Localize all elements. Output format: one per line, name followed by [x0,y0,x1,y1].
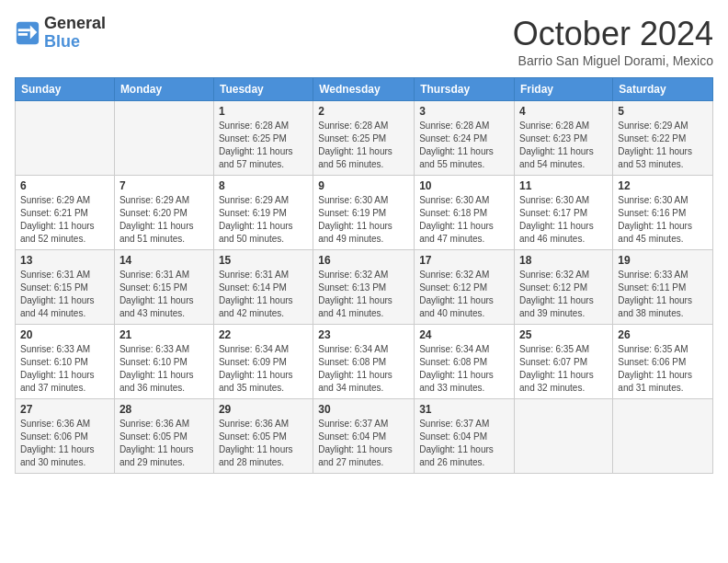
day-cell: 15Sunrise: 6:31 AM Sunset: 6:14 PM Dayli… [213,250,313,325]
svg-rect-2 [18,29,30,31]
svg-rect-3 [18,33,28,36]
day-cell: 20Sunrise: 6:33 AM Sunset: 6:10 PM Dayli… [16,325,115,399]
day-cell: 7Sunrise: 6:29 AM Sunset: 6:20 PM Daylig… [114,176,213,250]
day-cell: 28Sunrise: 6:36 AM Sunset: 6:05 PM Dayli… [114,399,213,474]
day-number: 1 [219,105,308,118]
day-info: Sunrise: 6:29 AM Sunset: 6:20 PM Dayligh… [119,194,209,246]
day-cell: 25Sunrise: 6:35 AM Sunset: 6:07 PM Dayli… [515,325,613,399]
day-number: 22 [219,328,308,341]
day-cell [613,399,713,474]
day-info: Sunrise: 6:35 AM Sunset: 6:07 PM Dayligh… [519,343,608,395]
day-number: 9 [318,179,409,192]
day-number: 15 [219,254,308,267]
day-info: Sunrise: 6:33 AM Sunset: 6:10 PM Dayligh… [119,343,209,395]
day-cell: 17Sunrise: 6:32 AM Sunset: 6:12 PM Dayli… [415,250,515,325]
day-number: 8 [219,179,308,192]
day-number: 20 [20,328,109,341]
day-cell: 8Sunrise: 6:29 AM Sunset: 6:19 PM Daylig… [213,176,313,250]
day-info: Sunrise: 6:28 AM Sunset: 6:25 PM Dayligh… [219,120,308,171]
day-number: 7 [119,179,209,192]
day-info: Sunrise: 6:28 AM Sunset: 6:23 PM Dayligh… [519,120,608,171]
day-number: 28 [119,403,209,416]
week-row-1: 1Sunrise: 6:28 AM Sunset: 6:25 PM Daylig… [16,101,713,176]
week-row-3: 13Sunrise: 6:31 AM Sunset: 6:15 PM Dayli… [16,250,713,325]
month-title: October 2024 [513,15,713,53]
day-cell [114,101,213,176]
day-number: 18 [519,254,608,267]
location-title: Barrio San Miguel Dorami, Mexico [513,53,713,68]
day-number: 24 [419,328,509,341]
day-cell: 19Sunrise: 6:33 AM Sunset: 6:11 PM Dayli… [613,250,713,325]
title-block: October 2024 Barrio San Miguel Dorami, M… [513,15,713,68]
day-cell: 30Sunrise: 6:37 AM Sunset: 6:04 PM Dayli… [313,399,415,474]
col-header-wednesday: Wednesday [313,78,415,101]
week-row-5: 27Sunrise: 6:36 AM Sunset: 6:06 PM Dayli… [16,399,713,474]
day-number: 30 [318,403,409,416]
day-number: 23 [318,328,409,341]
day-info: Sunrise: 6:29 AM Sunset: 6:21 PM Dayligh… [20,194,109,246]
day-number: 13 [20,254,109,267]
day-cell: 4Sunrise: 6:28 AM Sunset: 6:23 PM Daylig… [515,101,613,176]
col-header-thursday: Thursday [415,78,515,101]
day-cell [515,399,613,474]
day-info: Sunrise: 6:37 AM Sunset: 6:04 PM Dayligh… [318,418,409,469]
day-cell: 13Sunrise: 6:31 AM Sunset: 6:15 PM Dayli… [16,250,115,325]
day-number: 6 [20,179,109,192]
day-number: 11 [519,179,608,192]
day-number: 2 [318,105,409,118]
day-info: Sunrise: 6:32 AM Sunset: 6:12 PM Dayligh… [519,269,608,320]
day-cell: 6Sunrise: 6:29 AM Sunset: 6:21 PM Daylig… [16,176,115,250]
day-info: Sunrise: 6:36 AM Sunset: 6:05 PM Dayligh… [119,418,209,469]
day-number: 25 [519,328,608,341]
day-info: Sunrise: 6:31 AM Sunset: 6:15 PM Dayligh… [20,269,109,320]
day-number: 29 [219,403,308,416]
day-cell: 16Sunrise: 6:32 AM Sunset: 6:13 PM Dayli… [313,250,415,325]
day-info: Sunrise: 6:36 AM Sunset: 6:05 PM Dayligh… [219,418,308,469]
day-cell: 23Sunrise: 6:34 AM Sunset: 6:08 PM Dayli… [313,325,415,399]
day-info: Sunrise: 6:28 AM Sunset: 6:25 PM Dayligh… [318,120,409,171]
week-row-2: 6Sunrise: 6:29 AM Sunset: 6:21 PM Daylig… [16,176,713,250]
day-number: 4 [519,105,608,118]
day-cell: 1Sunrise: 6:28 AM Sunset: 6:25 PM Daylig… [213,101,313,176]
day-info: Sunrise: 6:34 AM Sunset: 6:09 PM Dayligh… [219,343,308,395]
day-info: Sunrise: 6:34 AM Sunset: 6:08 PM Dayligh… [419,343,509,395]
day-info: Sunrise: 6:37 AM Sunset: 6:04 PM Dayligh… [419,418,509,469]
day-cell: 31Sunrise: 6:37 AM Sunset: 6:04 PM Dayli… [415,399,515,474]
day-number: 5 [618,105,708,118]
day-info: Sunrise: 6:29 AM Sunset: 6:19 PM Dayligh… [219,194,308,246]
day-cell: 21Sunrise: 6:33 AM Sunset: 6:10 PM Dayli… [114,325,213,399]
day-info: Sunrise: 6:32 AM Sunset: 6:12 PM Dayligh… [419,269,509,320]
col-header-sunday: Sunday [16,78,115,101]
day-info: Sunrise: 6:31 AM Sunset: 6:15 PM Dayligh… [119,269,209,320]
day-info: Sunrise: 6:33 AM Sunset: 6:10 PM Dayligh… [20,343,109,395]
day-number: 10 [419,179,509,192]
week-row-4: 20Sunrise: 6:33 AM Sunset: 6:10 PM Dayli… [16,325,713,399]
day-cell: 11Sunrise: 6:30 AM Sunset: 6:17 PM Dayli… [515,176,613,250]
logo-line1: General [44,15,106,33]
day-number: 12 [618,179,708,192]
day-info: Sunrise: 6:30 AM Sunset: 6:19 PM Dayligh… [318,194,409,246]
day-cell: 3Sunrise: 6:28 AM Sunset: 6:24 PM Daylig… [415,101,515,176]
day-info: Sunrise: 6:35 AM Sunset: 6:06 PM Dayligh… [618,343,708,395]
day-cell: 29Sunrise: 6:36 AM Sunset: 6:05 PM Dayli… [213,399,313,474]
day-number: 3 [419,105,509,118]
day-number: 17 [419,254,509,267]
day-cell: 24Sunrise: 6:34 AM Sunset: 6:08 PM Dayli… [415,325,515,399]
day-info: Sunrise: 6:33 AM Sunset: 6:11 PM Dayligh… [618,269,708,320]
day-info: Sunrise: 6:28 AM Sunset: 6:24 PM Dayligh… [419,120,509,171]
day-info: Sunrise: 6:32 AM Sunset: 6:13 PM Dayligh… [318,269,409,320]
logo-icon [15,20,40,46]
day-number: 21 [119,328,209,341]
day-number: 31 [419,403,509,416]
day-number: 16 [318,254,409,267]
col-header-monday: Monday [114,78,213,101]
day-info: Sunrise: 6:30 AM Sunset: 6:17 PM Dayligh… [519,194,608,246]
day-cell: 18Sunrise: 6:32 AM Sunset: 6:12 PM Dayli… [515,250,613,325]
day-number: 19 [618,254,708,267]
logo: General Blue [15,15,106,52]
day-info: Sunrise: 6:29 AM Sunset: 6:22 PM Dayligh… [618,120,708,171]
day-cell: 12Sunrise: 6:30 AM Sunset: 6:16 PM Dayli… [613,176,713,250]
day-cell: 14Sunrise: 6:31 AM Sunset: 6:15 PM Dayli… [114,250,213,325]
day-cell: 9Sunrise: 6:30 AM Sunset: 6:19 PM Daylig… [313,176,415,250]
day-cell: 27Sunrise: 6:36 AM Sunset: 6:06 PM Dayli… [16,399,115,474]
